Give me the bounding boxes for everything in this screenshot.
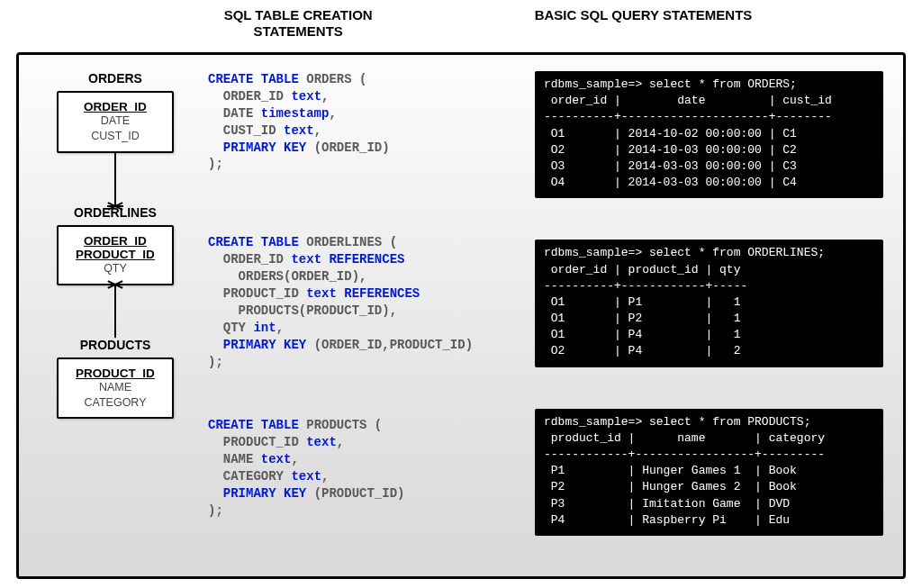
entity-orders: ORDERS ORDER_ID DATE CUST_ID [39,71,192,153]
entity-box-products: PRODUCT_ID NAME CATEGORY [57,357,174,420]
column-headers: SQL TABLE CREATION STATEMENTS BASIC SQL … [0,0,922,43]
attr-products-1: CATEGORY [64,395,167,411]
attr-orders-1: CUST_ID [64,129,167,144]
header-sql-creation: SQL TABLE CREATION STATEMENTS [224,7,373,40]
terminal-products: rdbms_sample=> select * from PRODUCTS; p… [535,409,883,536]
sql-create-products: CREATE TABLE PRODUCTS ( PRODUCT_ID text,… [208,417,519,519]
query-terminal-column: rdbms_sample=> select * from ORDERS; ord… [535,71,883,556]
attr-orderlines-0: QTY [64,261,167,276]
connector-orders-orderlines [114,153,116,205]
sql-create-orderlines: CREATE TABLE ORDERLINES ( ORDER_ID text … [208,234,519,370]
pk-orderlines: ORDER_ID PRODUCT_ID [64,234,167,261]
terminal-orders: rdbms_sample=> select * from ORDERS; ord… [535,71,883,198]
entity-box-orders: ORDER_ID DATE CUST_ID [57,91,174,153]
er-diagram-column: ORDERS ORDER_ID DATE CUST_ID ORDERLINES … [39,71,192,556]
attr-products-0: NAME [64,380,167,395]
attr-orders-0: DATE [64,113,167,129]
entity-products: PRODUCTS PRODUCT_ID NAME CATEGORY [39,338,192,420]
pk-products: PRODUCT_ID [64,366,167,380]
sql-creation-column: CREATE TABLE ORDERS ( ORDER_ID text, DAT… [208,71,519,556]
pk-orders: ORDER_ID [64,100,167,113]
sql-create-orders: CREATE TABLE ORDERS ( ORDER_ID text, DAT… [208,71,519,173]
terminal-orderlines: rdbms_sample=> select * from ORDERLINES;… [535,240,883,366]
diagram-frame: ORDERS ORDER_ID DATE CUST_ID ORDERLINES … [16,52,906,579]
entity-orderlines: ORDERLINES ORDER_ID PRODUCT_ID QTY [39,205,192,285]
header-sql-queries: BASIC SQL QUERY STATEMENTS [535,7,753,40]
entity-label-products: PRODUCTS [80,338,151,352]
entity-box-orderlines: ORDER_ID PRODUCT_ID QTY [57,225,174,285]
entity-label-orders: ORDERS [88,71,142,86]
connector-orderlines-products [114,285,116,338]
